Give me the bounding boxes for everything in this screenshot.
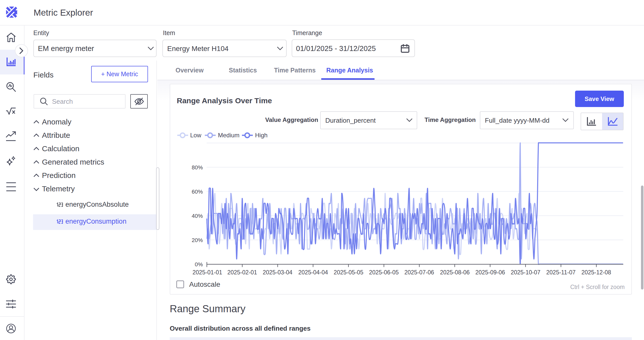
svg-text:40%: 40% xyxy=(192,213,203,219)
svg-text:2025-09-06: 2025-09-06 xyxy=(475,269,505,276)
svg-text:2025-12-08: 2025-12-08 xyxy=(581,269,611,276)
svg-text:2025-02-01: 2025-02-01 xyxy=(227,269,257,276)
svg-text:2025-08-06: 2025-08-06 xyxy=(440,269,470,276)
svg-text:2025-11-07: 2025-11-07 xyxy=(546,269,576,276)
svg-text:2025-05-05: 2025-05-05 xyxy=(334,269,363,276)
svg-text:2025-06-05: 2025-06-05 xyxy=(369,269,399,276)
svg-text:2025-10-07: 2025-10-07 xyxy=(511,269,540,276)
svg-text:2025-07-06: 2025-07-06 xyxy=(404,269,434,276)
svg-text:2025-03-04: 2025-03-04 xyxy=(263,269,292,276)
svg-text:80%: 80% xyxy=(192,164,203,171)
svg-text:60%: 60% xyxy=(192,189,203,195)
svg-text:2025-01-01: 2025-01-01 xyxy=(192,269,222,276)
svg-text:2025-04-04: 2025-04-04 xyxy=(298,269,328,276)
svg-text:0%: 0% xyxy=(195,261,203,268)
svg-text:20%: 20% xyxy=(192,237,203,243)
